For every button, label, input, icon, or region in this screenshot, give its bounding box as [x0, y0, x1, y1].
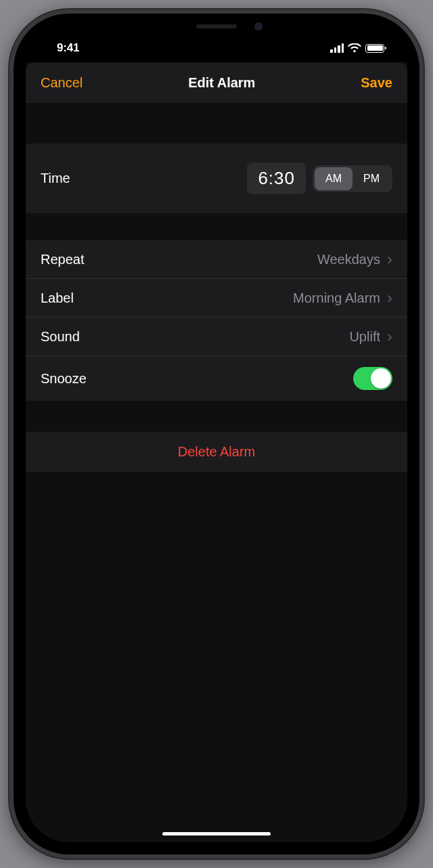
segment-pm[interactable]: PM	[352, 167, 390, 190]
front-camera	[254, 22, 263, 30]
time-row: Time 6:30 AM PM	[26, 144, 407, 213]
home-indicator[interactable]	[162, 832, 271, 836]
ampm-segmented-control[interactable]: AM PM	[313, 165, 392, 192]
spacer	[26, 472, 407, 842]
row-value: Morning Alarm	[293, 290, 380, 306]
row-value: Uplift	[349, 329, 380, 345]
nav-bar: Cancel Edit Alarm Save	[26, 62, 407, 103]
save-button[interactable]: Save	[361, 75, 392, 91]
segment-am[interactable]: AM	[315, 167, 352, 190]
chevron-right-icon: ›	[387, 251, 392, 267]
device-frame: 9:41 Cancel Edit Alarm Save T	[9, 9, 424, 859]
row-repeat[interactable]: Repeat Weekdays ›	[26, 240, 407, 279]
snooze-toggle[interactable]	[353, 367, 392, 390]
time-controls: 6:30 AM PM	[247, 162, 392, 194]
time-picker[interactable]: 6:30	[247, 162, 306, 194]
row-label: Repeat	[41, 252, 85, 267]
modal-sheet: Cancel Edit Alarm Save Time 6:30 AM PM	[26, 62, 407, 842]
row-label: Snooze	[41, 371, 87, 387]
delete-section: Delete Alarm	[26, 432, 407, 472]
chevron-right-icon: ›	[387, 328, 392, 345]
time-section: Time 6:30 AM PM	[26, 144, 407, 213]
cellular-signal-icon	[330, 43, 344, 53]
chevron-right-icon: ›	[387, 290, 392, 306]
notch	[129, 14, 304, 39]
battery-icon	[365, 44, 384, 53]
row-label: Sound	[41, 329, 80, 345]
row-label-name[interactable]: Label Morning Alarm ›	[26, 279, 407, 318]
wifi-icon	[348, 43, 361, 53]
status-right	[330, 43, 388, 53]
nav-title: Edit Alarm	[188, 75, 255, 91]
delete-alarm-button[interactable]: Delete Alarm	[26, 432, 407, 472]
speaker-grille	[196, 24, 237, 28]
time-label: Time	[41, 171, 70, 186]
row-label: Label	[41, 290, 74, 306]
row-value: Weekdays	[317, 252, 380, 267]
status-time: 9:41	[45, 41, 79, 55]
bezel: 9:41 Cancel Edit Alarm Save T	[14, 14, 419, 854]
cancel-button[interactable]: Cancel	[41, 75, 83, 91]
screen: 9:41 Cancel Edit Alarm Save T	[26, 26, 407, 842]
options-list: Repeat Weekdays › Label Morning Alarm ›	[26, 240, 407, 401]
row-snooze: Snooze	[26, 356, 407, 401]
row-sound[interactable]: Sound Uplift ›	[26, 318, 407, 356]
